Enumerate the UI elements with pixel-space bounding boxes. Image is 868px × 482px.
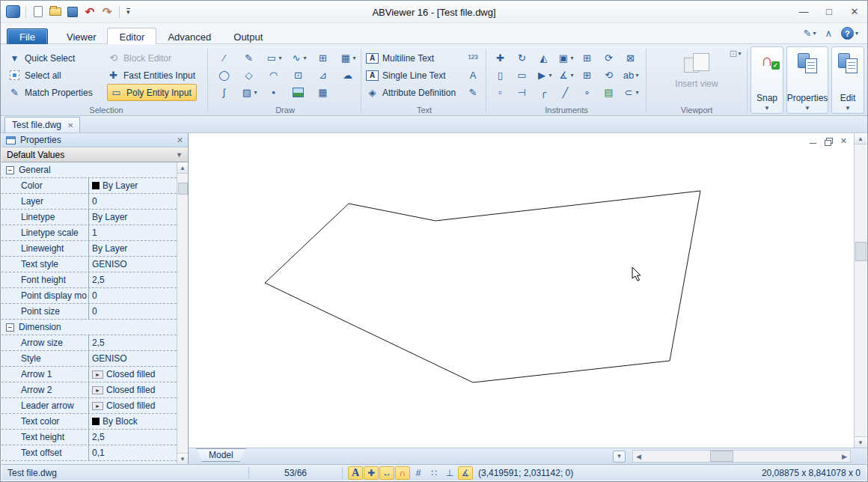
copy-entities-icon[interactable]: ⊞ <box>311 52 335 64</box>
fast-entities-input-button[interactable]: ✚ Fast Entities Input <box>107 67 197 84</box>
minimize-button[interactable]: — <box>791 2 816 22</box>
rename-icon[interactable]: ab▾ <box>620 69 641 82</box>
mirror-icon[interactable]: ◭ <box>533 52 554 64</box>
attribute-definition-button[interactable]: ◈ Attribute Definition <box>366 84 456 101</box>
scroll-down-icon[interactable]: ▼ <box>177 453 189 464</box>
table-icon[interactable]: ▦ <box>311 86 335 99</box>
scroll-thumb[interactable] <box>855 242 867 261</box>
entity-snap-icon[interactable]: ✚ <box>364 466 379 480</box>
add-to-library-icon[interactable]: ▤ <box>598 86 620 99</box>
text-numbering-icon[interactable]: ¹²³ <box>465 52 481 64</box>
text-style-edit-icon[interactable]: A <box>465 69 481 82</box>
insert-block-icon[interactable]: ⊡ <box>286 69 311 82</box>
copy-icon[interactable]: ⊞ <box>576 52 598 64</box>
scroll-track[interactable] <box>644 451 839 462</box>
erase-icon[interactable]: ▣▾ <box>554 52 576 64</box>
toolbar-options-icon[interactable]: ▾ <box>126 8 130 16</box>
measure-icon[interactable]: ∡▾ <box>554 69 576 82</box>
pick-point-icon[interactable]: ▶▾ <box>533 69 554 82</box>
group-icon[interactable]: ⊂▾ <box>620 86 641 99</box>
revision-cloud-icon[interactable]: ☁ <box>335 69 360 82</box>
leader-icon[interactable]: ⊿ <box>311 69 335 82</box>
property-value[interactable]: ►Closed filled <box>89 398 177 413</box>
line-icon[interactable]: ∕ <box>212 52 236 64</box>
maximize-button[interactable]: □ <box>816 2 842 22</box>
polyline-icon[interactable]: ∿▾ <box>286 52 311 64</box>
mdi-restore-icon[interactable] <box>825 138 832 144</box>
polar-tracking-icon[interactable]: ∡ <box>458 466 473 480</box>
property-value[interactable]: 2,5 <box>89 430 177 445</box>
property-value[interactable]: 2,5 <box>89 335 177 350</box>
hatch-icon[interactable]: ▨▾ <box>236 86 261 99</box>
properties-button[interactable]: Properties ▼ <box>786 46 828 114</box>
spline-icon[interactable]: ∫ <box>212 86 236 99</box>
horizontal-scrollbar[interactable]: ◀ ▶ <box>632 450 851 463</box>
explode-icon[interactable]: ⊠ <box>620 52 641 64</box>
snap-button[interactable]: ∩✓ Snap ▼ <box>751 46 783 114</box>
text-display-icon[interactable]: A <box>348 466 363 480</box>
property-value[interactable]: By Block <box>89 414 177 429</box>
panel-scrollbar[interactable]: ▲ ▼ <box>177 162 188 464</box>
move-icon[interactable]: ✚ <box>489 52 511 64</box>
stretch-icon[interactable]: ▫ <box>489 86 511 99</box>
scroll-up-icon[interactable]: ▲ <box>855 133 867 144</box>
single-line-text-button[interactable]: A Single Line Text <box>366 67 456 84</box>
layout-options-icon[interactable]: ▼ <box>613 451 626 463</box>
ellipse-icon[interactable]: ◇ <box>236 69 261 82</box>
property-value[interactable]: GENISO <box>89 351 177 366</box>
quick-select-button[interactable]: ▼ Quick Select <box>8 49 93 67</box>
image-icon[interactable] <box>286 86 311 99</box>
text-align-icon[interactable]: ✎ <box>465 86 481 99</box>
collapse-icon[interactable]: − <box>6 323 14 332</box>
edit-button[interactable]: Edit ▼ <box>831 46 864 114</box>
open-file-icon[interactable] <box>49 5 62 19</box>
boundary-icon[interactable]: ▦▾ <box>335 52 360 64</box>
help-icon[interactable]: ?▾ <box>841 27 858 40</box>
property-value[interactable]: ►Closed filled <box>89 382 177 397</box>
array-icon[interactable]: ⊞ <box>576 69 598 82</box>
collapse-ribbon-icon[interactable]: ∧ <box>825 28 832 39</box>
mdi-close-icon[interactable]: ✕ <box>840 136 847 146</box>
redo-icon[interactable]: ↷ <box>100 5 114 19</box>
scroll-thumb[interactable] <box>710 451 733 462</box>
new-file-icon[interactable] <box>31 5 45 19</box>
property-value[interactable]: ►Closed filled <box>89 367 177 382</box>
document-tab[interactable]: Test file.dwg ✕ <box>4 117 80 132</box>
align-icon[interactable]: ⊣ <box>511 86 533 99</box>
circle-icon[interactable]: ◯ <box>212 69 236 82</box>
rectangle-icon[interactable]: ▭▾ <box>261 52 286 64</box>
section-header-general[interactable]: −General <box>1 162 177 178</box>
property-value[interactable]: 2,5 <box>89 272 177 287</box>
property-value[interactable]: 1 <box>89 225 177 240</box>
sketch-icon[interactable]: ✎ <box>236 52 261 64</box>
poly-entity-input-button[interactable]: ▭ Poly Entity Input <box>107 84 197 101</box>
scroll-up-icon[interactable]: ▲ <box>177 162 189 174</box>
offset-icon[interactable]: ▯ <box>489 69 511 82</box>
grid-lines-icon[interactable]: # <box>411 466 426 480</box>
close-button[interactable]: ✕ <box>842 2 867 22</box>
ortho-mode-icon[interactable]: ⊥ <box>442 466 457 480</box>
dimensions-display-icon[interactable]: ↔ <box>379 466 394 480</box>
fillet-icon[interactable]: ╭ <box>533 86 554 99</box>
multiline-text-button[interactable]: A Multiline Text <box>366 49 456 67</box>
property-value[interactable]: 0 <box>89 288 177 303</box>
copy-with-base-point-icon[interactable]: ⟳ <box>598 52 620 64</box>
scroll-down-icon[interactable]: ▼ <box>855 436 867 448</box>
vertical-scrollbar[interactable]: ▲ ▼ <box>854 133 867 448</box>
scroll-left-icon[interactable]: ◀ <box>633 453 644 460</box>
property-value[interactable]: By Layer <box>89 178 177 193</box>
close-tab-icon[interactable]: ✕ <box>67 120 74 130</box>
property-value[interactable]: 0,1 <box>89 445 177 460</box>
match-properties-button[interactable]: ✎ Match Properties <box>8 84 93 101</box>
arc-icon[interactable]: ◠ <box>261 69 286 82</box>
grid-dots-icon[interactable]: ∷ <box>427 466 441 480</box>
point-icon[interactable]: ▪ <box>261 86 286 99</box>
select-all-button[interactable]: Select all <box>8 67 93 84</box>
property-value[interactable]: 0 <box>89 194 177 209</box>
property-value[interactable]: GENISO <box>89 257 177 272</box>
save-file-icon[interactable] <box>66 5 79 19</box>
snap-magnet-icon[interactable]: ∩ <box>395 466 410 480</box>
mdi-minimize-icon[interactable] <box>810 143 816 144</box>
scroll-right-icon[interactable]: ▶ <box>839 453 850 460</box>
style-editor-icon[interactable]: ✎▾ <box>804 28 816 39</box>
